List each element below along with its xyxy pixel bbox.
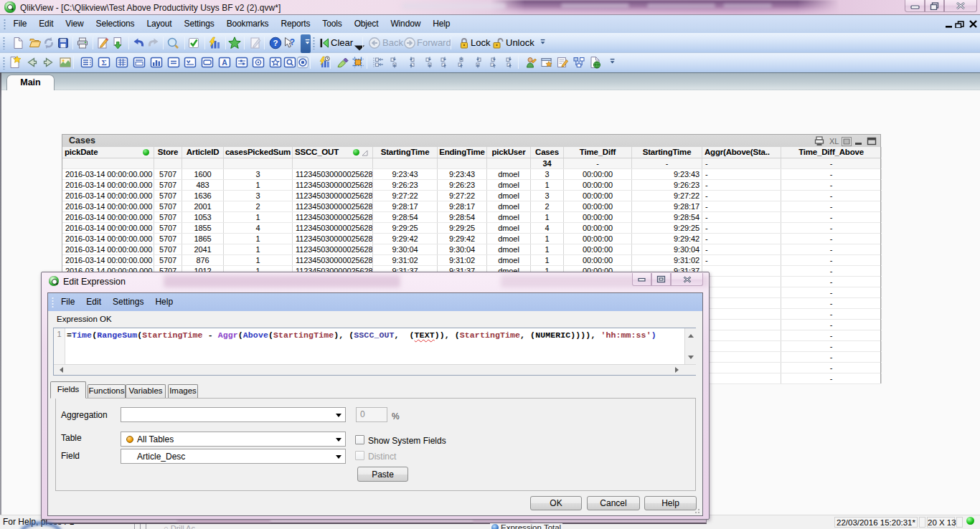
svg-text:?: ?: [290, 37, 295, 47]
svg-text:A: A: [222, 58, 227, 67]
svg-text:?: ?: [273, 39, 278, 47]
svg-text:XL: XL: [829, 137, 839, 146]
svg-text:Σ: Σ: [101, 58, 106, 67]
